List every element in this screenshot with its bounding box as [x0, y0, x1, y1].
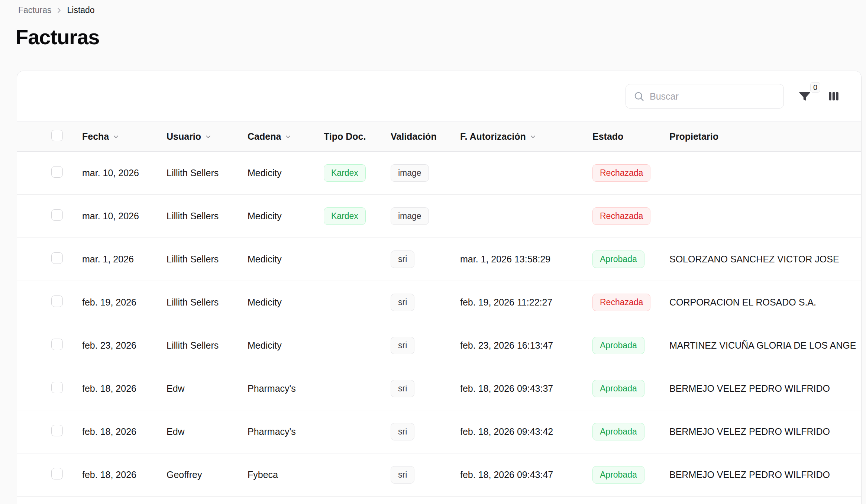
column-header-propietario: Propietario [669, 131, 861, 142]
table-row[interactable]: feb. 18, 2026 Edw Pharmacy's sri feb. 18… [17, 410, 861, 453]
cell-estado: Rechazada [592, 207, 669, 225]
table-row[interactable]: mar. 1, 2026 Lillith Sellers Medicity sr… [17, 238, 861, 281]
cell-estado: Rechazada [592, 294, 669, 311]
cell-cadena: Medicity [248, 254, 324, 265]
breadcrumb-item-listado[interactable]: Listado [67, 5, 94, 15]
row-checkbox[interactable] [51, 209, 63, 221]
status-badge: Aprobada [592, 251, 644, 268]
cell-estado: Aprobada [592, 380, 669, 398]
search-input[interactable] [650, 84, 776, 108]
column-header-validacion: Validación [391, 131, 460, 142]
cell-cadena: Medicity [248, 297, 324, 308]
select-all-checkbox[interactable] [51, 130, 63, 141]
row-checkbox[interactable] [51, 339, 63, 350]
column-header-cadena[interactable]: Cadena [248, 131, 324, 143]
cell-tipo-doc: Kardex [324, 207, 391, 225]
row-checkbox[interactable] [51, 425, 63, 436]
doc-type-badge: Kardex [324, 207, 366, 225]
table-row[interactable]: mar. 10, 2026 Lillith Sellers Medicity K… [17, 152, 861, 195]
cell-validacion: sri [391, 251, 460, 268]
column-header-tipo-doc: Tipo Doc. [324, 131, 391, 142]
column-header-f-autorizacion[interactable]: F. Autorización [460, 131, 592, 143]
cell-validacion: sri [391, 337, 460, 355]
column-header-estado: Estado [592, 131, 669, 142]
cell-fecha: feb. 18, 2026 [82, 383, 167, 394]
cell-validacion: image [391, 207, 460, 225]
row-checkbox[interactable] [51, 468, 63, 479]
table-row[interactable]: mar. 10, 2026 Lillith Sellers Medicity K… [17, 195, 861, 238]
cell-validacion: sri [391, 423, 460, 441]
cell-f-autorizacion: feb. 19, 2026 11:22:27 [460, 297, 592, 308]
cell-fecha: mar. 10, 2026 [82, 211, 167, 222]
chevron-down-icon [284, 132, 292, 143]
cell-estado: Aprobada [592, 423, 669, 441]
cell-propietario: BERMEJO VELEZ PEDRO WILFRIDO [669, 383, 861, 394]
column-label: F. Autorización [460, 131, 526, 142]
cell-cadena: Pharmacy's [248, 383, 324, 394]
cell-f-autorizacion: feb. 18, 2026 09:43:42 [460, 426, 592, 437]
cell-cadena: Pharmacy's [248, 426, 324, 437]
cell-validacion: sri [391, 466, 460, 484]
cell-f-autorizacion: mar. 1, 2026 13:58:29 [460, 254, 592, 265]
cell-fecha: feb. 18, 2026 [82, 426, 167, 437]
column-label: Tipo Doc. [324, 131, 366, 142]
filter-button[interactable]: 0 [796, 88, 813, 104]
cell-estado: Aprobada [592, 337, 669, 355]
table-row[interactable]: feb. 23, 2026 Lillith Sellers Medicity s… [17, 324, 861, 367]
status-badge: Rechazada [592, 164, 650, 182]
cell-estado: Rechazada [592, 164, 669, 182]
search-icon [633, 91, 644, 102]
cell-usuario: Edw [167, 426, 248, 437]
cell-propietario: CORPORACION EL ROSADO S.A. [669, 297, 861, 308]
validation-badge: sri [391, 423, 414, 441]
validation-badge: sri [391, 251, 414, 268]
cell-validacion: sri [391, 380, 460, 398]
table-row[interactable]: feb. 19, 2026 Lillith Sellers Medicity s… [17, 281, 861, 324]
cell-fecha: mar. 1, 2026 [82, 254, 167, 265]
column-header-usuario[interactable]: Usuario [167, 131, 248, 143]
cell-fecha: feb. 18, 2026 [82, 469, 167, 480]
cell-cadena: Medicity [248, 340, 324, 351]
row-checkbox[interactable] [51, 252, 63, 264]
validation-badge: sri [391, 337, 414, 355]
cell-usuario: Lillith Sellers [167, 340, 248, 351]
column-label: Usuario [167, 131, 201, 142]
breadcrumb-item-facturas[interactable]: Facturas [18, 5, 51, 15]
row-checkbox[interactable] [51, 295, 63, 307]
validation-badge: sri [391, 294, 414, 311]
cell-estado: Aprobada [592, 251, 669, 268]
cell-propietario: BERMEJO VELEZ PEDRO WILFRIDO [669, 469, 861, 480]
validation-badge: image [391, 164, 429, 182]
cell-usuario: Geoffrey [167, 469, 248, 480]
cell-tipo-doc: Kardex [324, 164, 391, 182]
chevron-right-icon [55, 6, 63, 14]
table-row[interactable]: feb. 18, 2026 Edw Pharmacy's sri feb. 18… [17, 367, 861, 410]
row-checkbox[interactable] [51, 382, 63, 393]
cell-f-autorizacion: feb. 23, 2026 16:13:47 [460, 340, 592, 351]
columns-icon [827, 90, 840, 103]
column-header-fecha[interactable]: Fecha [82, 131, 167, 143]
columns-button[interactable] [825, 88, 842, 104]
cell-fecha: mar. 10, 2026 [82, 168, 167, 178]
table-row[interactable]: feb. 18, 2026 Geoffrey Fybeca sri feb. 1… [17, 453, 861, 497]
row-checkbox[interactable] [51, 166, 63, 178]
doc-type-badge: Kardex [324, 164, 366, 182]
cell-propietario: BERMEJO VELEZ PEDRO WILFRIDO [669, 426, 861, 437]
validation-badge: sri [391, 380, 414, 398]
page-title: Facturas [0, 15, 866, 49]
table-header: Fecha Usuario Cadena Tipo Doc. Validació… [17, 122, 861, 152]
chevron-down-icon [204, 132, 212, 143]
column-label: Validación [391, 131, 437, 142]
cell-fecha: feb. 19, 2026 [82, 297, 167, 308]
chevron-down-icon [112, 132, 120, 143]
cell-cadena: Medicity [248, 168, 324, 178]
status-badge: Aprobada [592, 337, 644, 355]
column-label: Fecha [82, 131, 109, 142]
cell-estado: Aprobada [592, 466, 669, 484]
status-badge: Aprobada [592, 380, 644, 398]
cell-propietario: SOLORZANO SANCHEZ VICTOR JOSE [669, 254, 861, 265]
cell-f-autorizacion: feb. 18, 2026 09:43:37 [460, 383, 592, 394]
cell-usuario: Lillith Sellers [167, 211, 248, 222]
cell-usuario: Lillith Sellers [167, 254, 248, 265]
column-label: Estado [592, 131, 623, 142]
